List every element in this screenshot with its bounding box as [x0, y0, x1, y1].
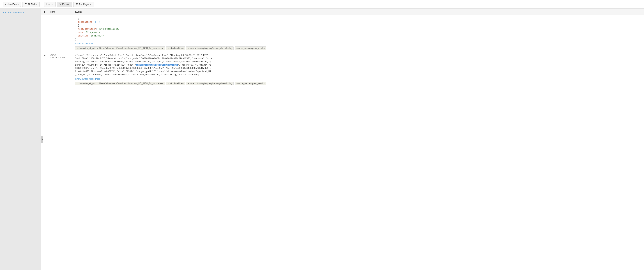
list-button[interactable]: List ▼ [44, 2, 56, 7]
col-header-i: i [41, 9, 48, 15]
per-page-dropdown-icon: ▼ [90, 3, 92, 6]
table-header-row: i Time Event [41, 9, 644, 15]
list-view-label: List [46, 3, 50, 6]
json-line-name: name: file_events [75, 31, 642, 34]
sidebar-collapse-tab[interactable]: ❯ [41, 136, 43, 143]
row-1-meta-row: columns.target_path = /Users/mkraeusen/D… [75, 46, 642, 50]
meta-tag-target-path-1: columns.target_path = /Users/mkraeusen/D… [75, 46, 165, 50]
row-1-time [48, 15, 73, 52]
col-header-event: Event [73, 9, 644, 15]
results-table: i Time Event } [41, 9, 644, 87]
main-layout: + Extract New Fields ❯ i Time Event [0, 9, 644, 270]
per-page-button[interactable]: 20 Per Page ▼ [73, 2, 94, 7]
table-row: ▶ 8/3/17 6:19:07.000 PM {"name":"file_ev… [41, 52, 644, 87]
json-line-host-identifier: hostIdentifier: kutekitten.local [75, 28, 642, 31]
raw-part-1: {"name":"file_events","hostIdentifier":"… [75, 54, 210, 56]
show-raw-link[interactable]: Show as raw text [75, 42, 93, 45]
app-container: ‹ Hide Fields ☰ All Fields List ▼ ✎ Form… [0, 0, 644, 270]
decorations-expand[interactable]: { [+] [95, 21, 101, 23]
meta-tag-sourcetype-1: sourcetype = osquery_results [235, 46, 266, 50]
raw-part-4: id":"20","hashed":"1","inode":"1214407",… [75, 64, 136, 66]
chevron-left-icon: ‹ [5, 3, 6, 6]
raw-part-6: 501221650","sha1":"794bcba867307bdbd5f94… [75, 67, 211, 70]
row-2-date: 8/3/17 [50, 54, 71, 56]
row-1-json: } decorations: { [+] } hostIdentifier: k… [75, 17, 642, 41]
row-2-time: 8/3/17 6:19:07.000 PM [48, 52, 73, 87]
all-fields-button[interactable]: ☰ All Fields [22, 2, 40, 7]
content-area: i Time Event } [41, 9, 644, 270]
raw-part-2: "unixTime":"1501784347","decorations":{"… [75, 57, 212, 60]
row-2-time-clock: 6:19:07.000 PM [50, 56, 71, 59]
raw-part-8: _INFO_for_mkraeusen","time":"1501784335"… [75, 74, 199, 76]
meta-tag-source-1: source = /var/log/osquery/osqueryd.resul… [186, 46, 234, 50]
meta-tag-target-path-2: columns.target_path = /Users/mkraeusen/D… [75, 82, 165, 85]
show-syntax-link[interactable]: Show syntax highlighted [75, 78, 100, 80]
col-header-time: Time [48, 9, 73, 15]
all-fields-label: All Fields [28, 3, 37, 6]
hide-fields-button[interactable]: ‹ Hide Fields [3, 2, 21, 7]
highlighted-md5: 72d4d364ed91dd9418d144a2db837a6d [136, 64, 178, 66]
raw-part-5: ","mode":"0777","mtime":"1 [178, 64, 211, 66]
expand-arrow-icon[interactable]: ▶ [44, 54, 46, 56]
row-2-raw-text: {"name":"file_events","hostIdentifier":"… [75, 54, 642, 76]
raw-part-7: 01ea8c4cd0323f1cbdee81ba008271","size":"… [75, 70, 211, 73]
meta-tag-sourcetype-2: sourcetype = osquery_results [235, 82, 266, 85]
row-1-expand-icon[interactable] [41, 15, 48, 52]
sidebar: + Extract New Fields ❯ [0, 9, 41, 270]
raw-part-3: eusen"},"columns":{"action":"CREATED","a… [75, 60, 211, 63]
format-label: Format [62, 3, 70, 6]
json-line-close-root: } [75, 38, 642, 41]
row-1-event: } decorations: { [+] } hostIdentifier: k… [73, 15, 644, 52]
dropdown-arrow-icon: ▼ [51, 3, 53, 6]
extract-new-fields-link[interactable]: + Extract New Fields [0, 10, 41, 15]
hide-fields-label: Hide Fields [7, 3, 18, 6]
row-2-meta-row: columns.target_path = /Users/mkraeusen/D… [75, 82, 642, 85]
list-icon: ☰ [24, 3, 27, 6]
meta-tag-host-2: host = kutekitten [166, 82, 185, 85]
table-row: } decorations: { [+] } hostIdentifier: k… [41, 15, 644, 52]
pencil-icon: ✎ [59, 3, 61, 6]
json-line-close-2: } [75, 24, 642, 27]
row-2-expand-icon[interactable]: ▶ [41, 52, 48, 87]
format-button[interactable]: ✎ Format [57, 2, 72, 7]
per-page-label: 20 Per Page [76, 3, 88, 6]
meta-tag-source-2: source = /var/log/osquery/osqueryd.resul… [186, 82, 234, 85]
row-2-event: {"name":"file_events","hostIdentifier":"… [73, 52, 644, 87]
json-line-close-1: } [75, 17, 642, 20]
toolbar: ‹ Hide Fields ☰ All Fields List ▼ ✎ Form… [0, 0, 644, 9]
meta-tag-host-1: host = kutekitten [166, 46, 185, 50]
json-line-unix-time: unixTime: 1501784347 [75, 34, 642, 38]
json-line-decorations: decorations: { [+] [75, 20, 642, 24]
